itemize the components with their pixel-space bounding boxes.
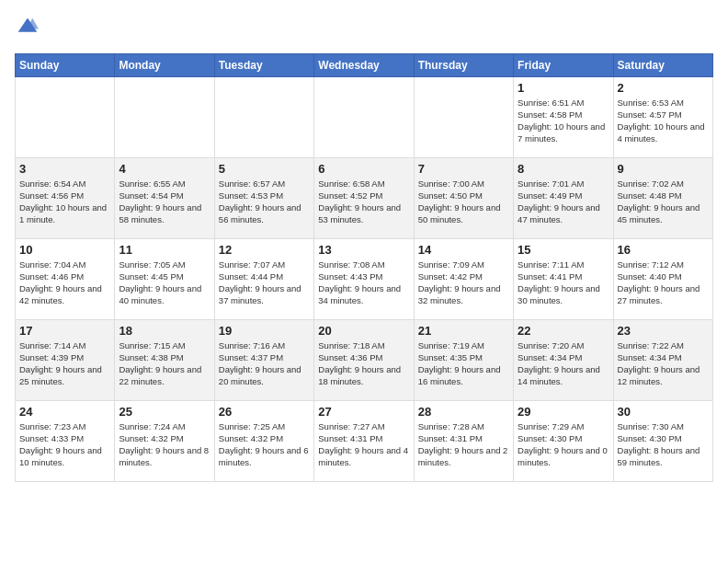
day-cell: 10Sunrise: 7:04 AM Sunset: 4:46 PM Dayli… bbox=[16, 238, 115, 319]
day-number: 28 bbox=[418, 405, 509, 419]
day-cell: 6Sunrise: 6:58 AM Sunset: 4:52 PM Daylig… bbox=[314, 157, 414, 238]
weekday-header-tuesday: Tuesday bbox=[214, 53, 313, 76]
day-info: Sunrise: 6:55 AM Sunset: 4:54 PM Dayligh… bbox=[119, 178, 210, 226]
day-number: 6 bbox=[318, 162, 409, 176]
day-cell: 14Sunrise: 7:09 AM Sunset: 4:42 PM Dayli… bbox=[414, 238, 513, 319]
day-info: Sunrise: 7:28 AM Sunset: 4:31 PM Dayligh… bbox=[418, 420, 509, 469]
day-number: 24 bbox=[19, 405, 110, 419]
day-number: 9 bbox=[618, 162, 709, 176]
weekday-header-wednesday: Wednesday bbox=[314, 53, 414, 76]
day-number: 5 bbox=[219, 162, 310, 176]
week-row-2: 10Sunrise: 7:04 AM Sunset: 4:46 PM Dayli… bbox=[16, 238, 713, 319]
day-info: Sunrise: 7:22 AM Sunset: 4:34 PM Dayligh… bbox=[618, 339, 709, 388]
day-number: 25 bbox=[119, 405, 210, 419]
week-row-4: 24Sunrise: 7:23 AM Sunset: 4:33 PM Dayli… bbox=[16, 400, 713, 481]
day-cell: 13Sunrise: 7:08 AM Sunset: 4:43 PM Dayli… bbox=[314, 238, 414, 319]
day-cell: 5Sunrise: 6:57 AM Sunset: 4:53 PM Daylig… bbox=[214, 157, 313, 238]
day-number: 30 bbox=[618, 405, 709, 419]
day-info: Sunrise: 7:12 AM Sunset: 4:40 PM Dayligh… bbox=[618, 259, 709, 307]
day-cell: 27Sunrise: 7:27 AM Sunset: 4:31 PM Dayli… bbox=[314, 400, 414, 481]
day-cell bbox=[314, 76, 414, 157]
day-cell bbox=[115, 76, 214, 157]
day-cell bbox=[16, 76, 115, 157]
weekday-header-sunday: Sunday bbox=[16, 53, 115, 76]
day-cell: 28Sunrise: 7:28 AM Sunset: 4:31 PM Dayli… bbox=[414, 400, 513, 481]
day-info: Sunrise: 7:08 AM Sunset: 4:43 PM Dayligh… bbox=[318, 259, 409, 307]
week-row-3: 17Sunrise: 7:14 AM Sunset: 4:39 PM Dayli… bbox=[16, 319, 713, 400]
day-cell: 29Sunrise: 7:29 AM Sunset: 4:30 PM Dayli… bbox=[514, 400, 613, 481]
day-number: 19 bbox=[219, 324, 310, 338]
day-info: Sunrise: 7:23 AM Sunset: 4:33 PM Dayligh… bbox=[19, 420, 110, 469]
day-cell: 4Sunrise: 6:55 AM Sunset: 4:54 PM Daylig… bbox=[115, 157, 214, 238]
day-info: Sunrise: 7:05 AM Sunset: 4:45 PM Dayligh… bbox=[119, 259, 210, 307]
day-cell: 22Sunrise: 7:20 AM Sunset: 4:34 PM Dayli… bbox=[514, 319, 613, 400]
weekday-header-thursday: Thursday bbox=[414, 53, 513, 76]
weekday-header-monday: Monday bbox=[115, 53, 214, 76]
day-number: 27 bbox=[318, 405, 409, 419]
day-number: 13 bbox=[318, 243, 409, 257]
day-info: Sunrise: 7:09 AM Sunset: 4:42 PM Dayligh… bbox=[418, 259, 509, 307]
day-number: 3 bbox=[19, 162, 110, 176]
day-info: Sunrise: 7:29 AM Sunset: 4:30 PM Dayligh… bbox=[518, 420, 609, 469]
day-number: 14 bbox=[418, 243, 509, 257]
day-number: 15 bbox=[518, 243, 609, 257]
page-header bbox=[15, 15, 713, 42]
day-number: 16 bbox=[618, 243, 709, 257]
day-info: Sunrise: 7:07 AM Sunset: 4:44 PM Dayligh… bbox=[219, 259, 310, 307]
day-cell: 23Sunrise: 7:22 AM Sunset: 4:34 PM Dayli… bbox=[613, 319, 712, 400]
day-number: 11 bbox=[119, 243, 210, 257]
week-row-1: 3Sunrise: 6:54 AM Sunset: 4:56 PM Daylig… bbox=[16, 157, 713, 238]
day-info: Sunrise: 7:04 AM Sunset: 4:46 PM Dayligh… bbox=[19, 259, 110, 307]
day-cell bbox=[414, 76, 513, 157]
day-cell: 26Sunrise: 7:25 AM Sunset: 4:32 PM Dayli… bbox=[214, 400, 313, 481]
calendar-header: SundayMondayTuesdayWednesdayThursdayFrid… bbox=[16, 53, 713, 76]
day-cell: 25Sunrise: 7:24 AM Sunset: 4:32 PM Dayli… bbox=[115, 400, 214, 481]
day-cell: 3Sunrise: 6:54 AM Sunset: 4:56 PM Daylig… bbox=[16, 157, 115, 238]
day-info: Sunrise: 7:30 AM Sunset: 4:30 PM Dayligh… bbox=[618, 420, 709, 469]
day-info: Sunrise: 7:24 AM Sunset: 4:32 PM Dayligh… bbox=[119, 420, 210, 469]
day-cell: 30Sunrise: 7:30 AM Sunset: 4:30 PM Dayli… bbox=[613, 400, 712, 481]
page-container: SundayMondayTuesdayWednesdayThursdayFrid… bbox=[0, 0, 728, 489]
weekday-row: SundayMondayTuesdayWednesdayThursdayFrid… bbox=[16, 53, 713, 76]
day-info: Sunrise: 7:15 AM Sunset: 4:38 PM Dayligh… bbox=[119, 339, 210, 388]
day-info: Sunrise: 6:57 AM Sunset: 4:53 PM Dayligh… bbox=[219, 178, 310, 226]
day-cell: 16Sunrise: 7:12 AM Sunset: 4:40 PM Dayli… bbox=[613, 238, 712, 319]
day-cell: 2Sunrise: 6:53 AM Sunset: 4:57 PM Daylig… bbox=[613, 76, 712, 157]
day-cell: 7Sunrise: 7:00 AM Sunset: 4:50 PM Daylig… bbox=[414, 157, 513, 238]
weekday-header-friday: Friday bbox=[514, 53, 613, 76]
day-number: 20 bbox=[318, 324, 409, 338]
day-cell: 18Sunrise: 7:15 AM Sunset: 4:38 PM Dayli… bbox=[115, 319, 214, 400]
day-number: 21 bbox=[418, 324, 509, 338]
day-cell: 19Sunrise: 7:16 AM Sunset: 4:37 PM Dayli… bbox=[214, 319, 313, 400]
day-number: 29 bbox=[518, 405, 609, 419]
day-info: Sunrise: 7:25 AM Sunset: 4:32 PM Dayligh… bbox=[219, 420, 310, 469]
day-number: 1 bbox=[518, 81, 609, 95]
day-info: Sunrise: 7:11 AM Sunset: 4:41 PM Dayligh… bbox=[518, 259, 609, 307]
day-cell: 15Sunrise: 7:11 AM Sunset: 4:41 PM Dayli… bbox=[514, 238, 613, 319]
day-cell: 17Sunrise: 7:14 AM Sunset: 4:39 PM Dayli… bbox=[16, 319, 115, 400]
day-number: 10 bbox=[19, 243, 110, 257]
day-number: 8 bbox=[518, 162, 609, 176]
day-number: 4 bbox=[119, 162, 210, 176]
day-number: 7 bbox=[418, 162, 509, 176]
day-number: 12 bbox=[219, 243, 310, 257]
day-cell: 9Sunrise: 7:02 AM Sunset: 4:48 PM Daylig… bbox=[613, 157, 712, 238]
logo bbox=[15, 15, 39, 42]
day-cell: 8Sunrise: 7:01 AM Sunset: 4:49 PM Daylig… bbox=[514, 157, 613, 238]
day-info: Sunrise: 7:00 AM Sunset: 4:50 PM Dayligh… bbox=[418, 178, 509, 226]
day-info: Sunrise: 7:20 AM Sunset: 4:34 PM Dayligh… bbox=[518, 339, 609, 388]
day-info: Sunrise: 7:27 AM Sunset: 4:31 PM Dayligh… bbox=[318, 420, 409, 469]
day-number: 26 bbox=[219, 405, 310, 419]
day-info: Sunrise: 7:19 AM Sunset: 4:35 PM Dayligh… bbox=[418, 339, 509, 388]
day-info: Sunrise: 6:58 AM Sunset: 4:52 PM Dayligh… bbox=[318, 178, 409, 226]
day-number: 22 bbox=[518, 324, 609, 338]
logo-icon bbox=[17, 15, 39, 37]
day-number: 18 bbox=[119, 324, 210, 338]
day-cell: 20Sunrise: 7:18 AM Sunset: 4:36 PM Dayli… bbox=[314, 319, 414, 400]
day-info: Sunrise: 7:18 AM Sunset: 4:36 PM Dayligh… bbox=[318, 339, 409, 388]
day-number: 2 bbox=[618, 81, 709, 95]
day-cell: 11Sunrise: 7:05 AM Sunset: 4:45 PM Dayli… bbox=[115, 238, 214, 319]
day-cell: 1Sunrise: 6:51 AM Sunset: 4:58 PM Daylig… bbox=[514, 76, 613, 157]
day-info: Sunrise: 6:51 AM Sunset: 4:58 PM Dayligh… bbox=[518, 97, 609, 145]
day-info: Sunrise: 6:54 AM Sunset: 4:56 PM Dayligh… bbox=[19, 178, 110, 226]
